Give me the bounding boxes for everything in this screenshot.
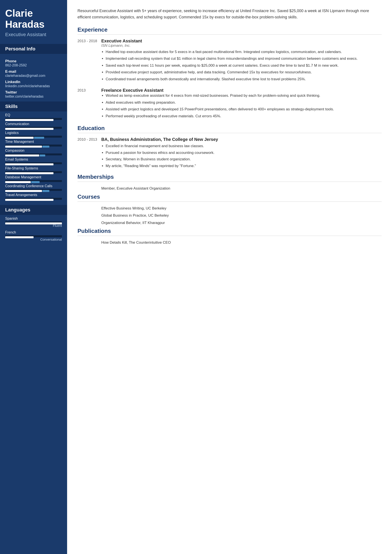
language-bar-bg bbox=[5, 235, 62, 237]
skill-item: Coordinating Conference Calls bbox=[5, 184, 62, 191]
twitter-value: twitter.com/clarieharadas bbox=[5, 95, 62, 98]
language-item: SpanishFluent bbox=[5, 217, 62, 228]
edu-degree: BA, Business Administration, The College… bbox=[101, 137, 382, 142]
skill-bar-bg bbox=[5, 118, 62, 120]
skill-label: Time Management bbox=[5, 140, 62, 144]
exp-bullets: Worked as temp executive assistant for 4… bbox=[101, 93, 382, 119]
linkedin-label: LinkedIn bbox=[5, 80, 62, 84]
skill-bar-accent bbox=[40, 154, 45, 156]
publications-container: How Details Kill, The Counterintuitive C… bbox=[77, 240, 382, 245]
skill-bar-bg bbox=[5, 153, 62, 155]
languages-block: SpanishFluentFrenchConversational bbox=[0, 215, 67, 245]
skill-bar-fill bbox=[5, 163, 53, 165]
exp-company: ISN Lipmann, Inc. bbox=[101, 43, 382, 48]
exp-content: Executive AssistantISN Lipmann, Inc.Hand… bbox=[101, 39, 382, 83]
language-label: French bbox=[5, 230, 62, 234]
education-entry: 2010 - 2013BA, Business Administration, … bbox=[77, 137, 382, 170]
course-text: Organizational Behavior, IIT Kharagpur bbox=[101, 220, 165, 226]
skill-label: File-Sharing Systems bbox=[5, 166, 62, 170]
experience-container: 2013 - 2018Executive AssistantISN Lipman… bbox=[77, 39, 382, 120]
courses-container: Effective Business Writing, UC BerkeleyG… bbox=[77, 206, 382, 226]
skill-bar-bg bbox=[5, 127, 62, 129]
courses-title: Courses bbox=[77, 194, 382, 202]
skill-item: Compassion bbox=[5, 149, 62, 155]
memberships-container: Member, Executive Assistant Organization bbox=[77, 186, 382, 191]
exp-bullet: Implemented call-recording system that c… bbox=[106, 56, 382, 62]
skill-bar-bg bbox=[5, 171, 62, 173]
skill-bar-accent bbox=[31, 181, 40, 183]
candidate-name: Clarie Haradas bbox=[5, 8, 62, 30]
skill-bar-bg bbox=[5, 189, 62, 191]
language-bar-bg bbox=[5, 222, 62, 223]
skill-item: Travel Arrangements bbox=[5, 193, 62, 200]
experience-entry: 2013Freelance Executive AssistantWorked … bbox=[77, 88, 382, 120]
edu-content: BA, Business Administration, The College… bbox=[101, 137, 382, 170]
exp-bullet: Saved each top-level exec 11 hours per w… bbox=[106, 63, 382, 68]
experience-entry: 2013 - 2018Executive AssistantISN Lipman… bbox=[77, 39, 382, 83]
skill-label: Database Management bbox=[5, 175, 62, 179]
education-container: 2010 - 2013BA, Business Administration, … bbox=[77, 137, 382, 170]
course-spacer bbox=[77, 206, 101, 211]
skill-bar-bg bbox=[5, 162, 62, 164]
main-content: Resourceful Executive Assistant with 5+ … bbox=[67, 0, 392, 554]
edu-bullet: My article, "Reading Minds" was reprinte… bbox=[106, 163, 382, 169]
course-row: Organizational Behavior, IIT Kharagpur bbox=[77, 220, 382, 226]
skill-label: Travel Arrangements bbox=[5, 193, 62, 197]
skills-header: Skills bbox=[0, 102, 67, 111]
language-bar-fill bbox=[5, 222, 62, 224]
exp-bullets: Handled top executive assistant duties f… bbox=[101, 49, 382, 82]
candidate-title: Executive Assistant bbox=[5, 32, 62, 37]
exp-bullet: Assisted with project logistics and deve… bbox=[106, 106, 382, 112]
skill-bar-fill bbox=[5, 119, 53, 121]
exp-job-title: Freelance Executive Assistant bbox=[101, 88, 382, 93]
exp-content: Freelance Executive AssistantWorked as t… bbox=[101, 88, 382, 120]
pub-spacer bbox=[77, 240, 101, 245]
sidebar-header: Clarie Haradas Executive Assistant bbox=[0, 0, 67, 42]
exp-bullet: Worked as temp executive assistant for 4… bbox=[106, 93, 382, 98]
skill-item: Time Management bbox=[5, 140, 62, 146]
exp-bullet: Provided executive project support, admi… bbox=[106, 69, 382, 75]
skill-item: Communication bbox=[5, 122, 62, 129]
exp-bullet: Coordinated travel arrangements both dom… bbox=[106, 76, 382, 82]
skill-bar-bg bbox=[5, 198, 62, 200]
twitter-label: Twitter bbox=[5, 90, 62, 95]
exp-bullet: Aided executives with meeting preparatio… bbox=[106, 100, 382, 105]
experience-title: Experience bbox=[77, 26, 382, 35]
sidebar: Clarie Haradas Executive Assistant Perso… bbox=[0, 0, 67, 554]
course-row: Effective Business Writing, UC Berkeley bbox=[77, 206, 382, 211]
skill-bar-accent bbox=[42, 190, 49, 192]
skill-bar-bg bbox=[5, 145, 62, 146]
skill-label: Communication bbox=[5, 122, 62, 126]
skill-label: EQ bbox=[5, 113, 62, 117]
skill-bar-bg bbox=[5, 136, 62, 138]
email-label: E-mail bbox=[5, 69, 62, 74]
email-value: clarieharadas@gmail.com bbox=[5, 74, 62, 78]
edu-bullets: Excelled in financial management and bus… bbox=[101, 143, 382, 169]
language-bar-fill bbox=[5, 236, 34, 238]
skill-bar-fill bbox=[5, 172, 53, 174]
skill-bar-fill bbox=[5, 190, 42, 192]
skill-bar-fill bbox=[5, 199, 53, 201]
skill-item: Database Management bbox=[5, 175, 62, 182]
skill-bar-fill bbox=[5, 146, 42, 148]
summary-text: Resourceful Executive Assistant with 5+ … bbox=[77, 8, 382, 20]
skill-bar-fill bbox=[5, 181, 31, 183]
skill-item: Logistics bbox=[5, 131, 62, 138]
language-label: Spanish bbox=[5, 217, 62, 221]
skill-bar-fill bbox=[5, 128, 53, 130]
phone-value: 862-208-2592 bbox=[5, 63, 62, 67]
skill-label: Logistics bbox=[5, 131, 62, 135]
exp-bullet: Performed weekly proofreading of executi… bbox=[106, 113, 382, 119]
skill-item: EQ bbox=[5, 113, 62, 120]
skill-bar-accent bbox=[34, 137, 44, 139]
course-spacer bbox=[77, 213, 101, 218]
skill-label: Compassion bbox=[5, 149, 62, 152]
linkedin-value: linkedin.com/in/clarieharadas bbox=[5, 84, 62, 88]
membership-row: Member, Executive Assistant Organization bbox=[77, 186, 382, 191]
edu-bullet: Excelled in financial management and bus… bbox=[106, 143, 382, 149]
course-row: Global Business in Practice, UC Berkeley bbox=[77, 213, 382, 218]
exp-job-title: Executive Assistant bbox=[101, 39, 382, 43]
publications-title: Publications bbox=[77, 228, 382, 236]
personal-info-block: Phone 862-208-2592 E-mail clarieharadas@… bbox=[0, 54, 67, 99]
languages-header: Languages bbox=[0, 205, 67, 215]
